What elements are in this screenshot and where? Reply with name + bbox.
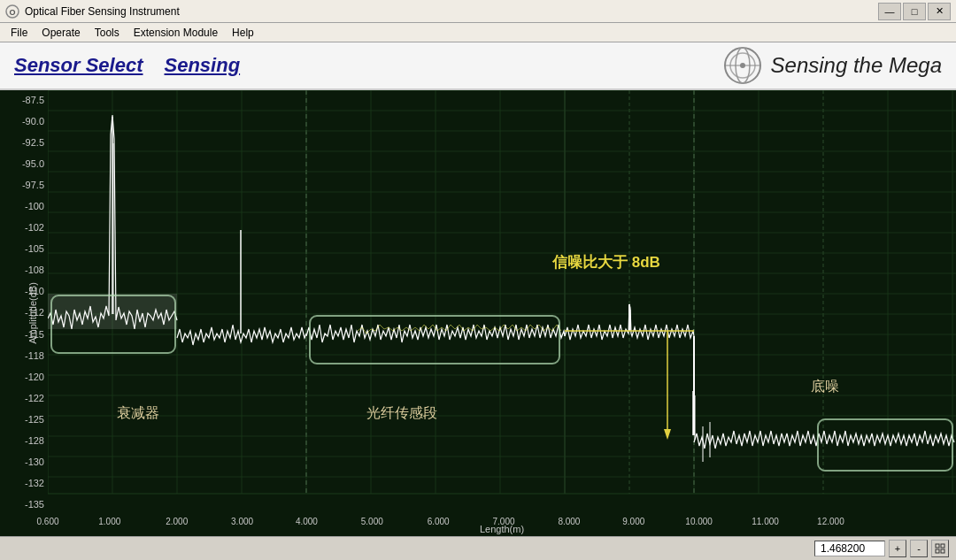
svg-rect-67 — [941, 544, 944, 548]
y-label-14: -122 — [9, 394, 48, 403]
svg-text:光纤传感段: 光纤传感段 — [366, 405, 437, 420]
y-label-7: -105 — [9, 244, 48, 254]
maximize-button[interactable]: □ — [903, 3, 926, 20]
chart-container: Amplitude(dB) -87.5 -90.0 -92.5 -95.0 -9… — [0, 90, 956, 536]
menu-file[interactable]: File — [4, 23, 35, 42]
y-label-6: -102 — [9, 223, 48, 233]
nav-sensor-select[interactable]: Sensor Select — [14, 54, 143, 77]
x-axis: 0.600 1.000 2.000 3.000 4.000 5.000 6.00… — [48, 515, 956, 536]
svg-rect-69 — [941, 549, 944, 553]
svg-rect-68 — [936, 549, 939, 553]
y-label-5: -100 — [9, 202, 48, 211]
menu-bar: File Operate Tools Extension Module Help — [0, 23, 956, 42]
x-label-2: 2.000 — [166, 517, 188, 526]
svg-rect-57 — [310, 316, 559, 364]
zoom-out-button[interactable]: - — [910, 540, 928, 557]
svg-text:衰减器: 衰减器 — [117, 405, 159, 420]
status-coordinate-value: 1.468200 — [814, 541, 885, 556]
y-label-12: -118 — [9, 351, 48, 361]
window-title: Optical Fiber Sensing Instrument — [25, 5, 878, 18]
y-label-2: -92.5 — [9, 138, 48, 148]
y-label-1: -90.0 — [9, 117, 48, 127]
x-label-5: 5.000 — [361, 517, 383, 526]
y-axis-title: Amplitude(dB) — [27, 282, 38, 344]
window-controls: — □ ✕ — [878, 3, 951, 20]
status-bar: 1.468200 + - — [0, 536, 956, 559]
svg-rect-66 — [936, 544, 939, 548]
y-label-13: -120 — [9, 372, 48, 382]
y-label-8: -108 — [9, 265, 48, 275]
header-brand: Sensing the Mega — [723, 46, 942, 85]
brand-logo-icon — [723, 46, 762, 85]
menu-operate[interactable]: Operate — [35, 23, 87, 42]
nav-sensing[interactable]: Sensing — [165, 54, 241, 77]
title-bar: O Optical Fiber Sensing Instrument — □ ✕ — [0, 0, 956, 23]
zoom-in-button[interactable]: + — [889, 540, 906, 557]
header-nav: Sensor Select Sensing — [14, 54, 240, 77]
chart-plot[interactable]: 衰减器 光纤传感段 信噪比大于 8dB 底噪 — [48, 90, 956, 515]
svg-marker-61 — [664, 429, 671, 440]
svg-text:O: O — [9, 8, 15, 17]
menu-help[interactable]: Help — [225, 23, 261, 42]
x-label-11: 11.000 — [752, 517, 779, 526]
svg-rect-47 — [48, 294, 177, 329]
app-icon: O — [5, 4, 19, 19]
header-bar: Sensor Select Sensing Sensing the Mega — [0, 42, 956, 90]
y-label-15: -125 — [9, 415, 48, 425]
y-label-19: -135 — [9, 500, 48, 510]
x-axis-title: Length(m) — [480, 524, 524, 534]
fit-view-button[interactable] — [931, 540, 949, 557]
x-label-3: 3.000 — [231, 517, 253, 526]
y-label-16: -128 — [9, 436, 48, 446]
y-label-18: -132 — [9, 479, 48, 488]
x-label-8: 8.000 — [558, 517, 580, 526]
menu-extension[interactable]: Extension Module — [127, 23, 225, 42]
svg-text:底噪: 底噪 — [811, 379, 839, 394]
y-label-3: -95.0 — [9, 159, 48, 169]
y-label-4: -97.5 — [9, 180, 48, 190]
menu-tools[interactable]: Tools — [88, 23, 127, 42]
svg-point-6 — [740, 63, 745, 68]
x-label-6: 6.000 — [428, 517, 450, 526]
x-label-12: 12.000 — [817, 517, 844, 526]
x-label-1: 1.000 — [98, 517, 120, 526]
close-button[interactable]: ✕ — [928, 3, 951, 20]
x-label-4: 4.000 — [296, 517, 318, 526]
y-label-17: -130 — [9, 457, 48, 467]
svg-text:信噪比大于 8dB: 信噪比大于 8dB — [551, 254, 660, 271]
brand-text: Sensing the Mega — [771, 53, 942, 78]
x-label-9: 9.000 — [622, 517, 644, 526]
x-label-0: 0.600 — [36, 517, 58, 526]
minimize-button[interactable]: — — [878, 3, 901, 20]
y-label-0: -87.5 — [9, 96, 48, 105]
x-label-10: 10.000 — [685, 517, 713, 526]
